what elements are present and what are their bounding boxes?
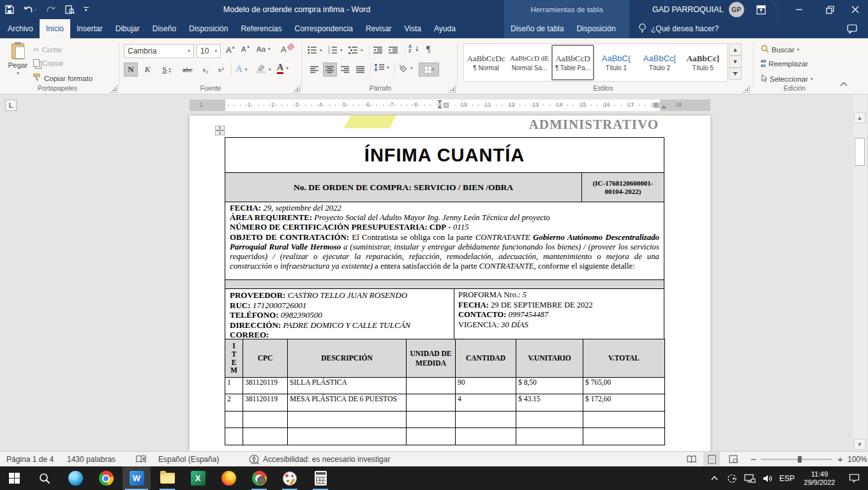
tray-chevron-icon[interactable] xyxy=(706,466,722,490)
sort-button[interactable]: AZ↓ xyxy=(408,44,419,53)
taskbar-explorer-icon[interactable] xyxy=(153,466,181,490)
cut-button[interactable]: ✂Cortar xyxy=(33,45,63,54)
tab-vista[interactable]: Vista xyxy=(398,19,428,38)
grow-font-button[interactable]: A▴ xyxy=(226,45,234,55)
paragraph-dialog-launcher[interactable] xyxy=(448,85,456,93)
undo-icon[interactable]: ▾ xyxy=(23,6,37,14)
change-case-button[interactable]: Aa▾ xyxy=(257,45,271,53)
find-button[interactable]: Buscar▾ xyxy=(761,45,799,54)
underline-button[interactable]: S▾ xyxy=(157,63,176,77)
tab-dibujar[interactable]: Dibujar xyxy=(109,19,146,38)
ribbon-display-options-icon[interactable] xyxy=(748,0,774,19)
tray-language[interactable]: ESP xyxy=(776,466,798,490)
line-spacing-button[interactable]: ▾ xyxy=(374,64,389,71)
style-normal[interactable]: AaBbCcDc¶ Normal xyxy=(465,45,507,80)
print-layout-button[interactable] xyxy=(703,452,720,466)
tab-inicio[interactable]: Inicio xyxy=(40,19,70,38)
replace-button[interactable]: abacReemplazar xyxy=(761,59,808,68)
clear-formatting-button[interactable]: A xyxy=(281,45,294,54)
scrollbar-thumb[interactable] xyxy=(855,138,865,166)
style-normal-sa[interactable]: AaBbCcD dENormal Sa... xyxy=(508,45,551,80)
tab-disposicion[interactable]: Disposición xyxy=(183,19,234,38)
tab-stop-selector[interactable]: L xyxy=(5,100,17,111)
taskbar-chrome-profile-icon[interactable] xyxy=(245,466,273,490)
show-marks-button[interactable]: ¶ xyxy=(426,45,430,55)
read-mode-button[interactable] xyxy=(683,452,700,466)
justify-button[interactable] xyxy=(354,63,368,77)
tab-disposicion-tabla[interactable]: Disposición xyxy=(570,19,622,38)
styles-dialog-launcher[interactable] xyxy=(742,85,750,93)
ruler-table-marker[interactable] xyxy=(444,103,449,108)
style-titulo-2[interactable]: AaBbCc[Título 2 xyxy=(638,45,681,80)
taskbar-search-icon[interactable] xyxy=(31,466,59,490)
zoom-slider[interactable] xyxy=(761,452,832,466)
print-preview-icon[interactable] xyxy=(65,5,75,15)
zoom-in-button[interactable]: + xyxy=(837,452,843,466)
superscript-button[interactable]: x² xyxy=(214,63,228,77)
restore-button[interactable] xyxy=(817,0,842,19)
tray-clock[interactable]: 11:49 29/9/2022 xyxy=(799,466,840,490)
tray-screen-clip-icon[interactable] xyxy=(724,466,740,490)
multilevel-list-button[interactable]: ▾ xyxy=(348,46,363,54)
zoom-out-button[interactable]: − xyxy=(751,452,756,466)
styles-more-button[interactable]: ▼ xyxy=(729,68,742,80)
right-indent-marker[interactable] xyxy=(661,105,666,108)
font-dialog-launcher[interactable] xyxy=(292,85,300,93)
font-color-button[interactable]: A▾ xyxy=(277,63,288,74)
word-count[interactable]: 1430 palabras xyxy=(67,452,116,466)
paste-button[interactable]: Pegar▾ xyxy=(6,43,29,76)
highlight-button[interactable]: ▾ xyxy=(256,64,271,75)
tray-network-icon[interactable] xyxy=(742,466,758,490)
taskbar-firefox-icon[interactable] xyxy=(214,466,243,490)
font-family-select[interactable]: Cambria▾ xyxy=(124,44,194,58)
tell-me-box[interactable]: ¿Qué desea hacer? xyxy=(638,19,719,38)
select-button[interactable]: Seleccionar▾ xyxy=(761,74,813,84)
bold-button[interactable]: N xyxy=(124,63,138,77)
accessibility-status[interactable]: Accesibilidad: es necesario investigar xyxy=(263,452,390,466)
taskbar-excel-icon[interactable]: X xyxy=(184,466,212,490)
styles-scroll-up[interactable]: ▲ xyxy=(729,43,742,56)
scroll-up-arrow[interactable]: ▲ xyxy=(854,112,865,123)
style-titulo-1[interactable]: AaBbC(Título 1 xyxy=(595,45,638,80)
style-table-paragraph[interactable]: AaBbCcD¶ Table Pa... xyxy=(551,45,594,80)
subscript-button[interactable]: x₂ xyxy=(198,63,213,77)
decrease-indent-button[interactable] xyxy=(373,46,383,54)
tray-volume-icon[interactable] xyxy=(760,466,776,490)
taskbar-edge-icon[interactable] xyxy=(61,466,89,490)
close-button[interactable] xyxy=(842,0,868,19)
numbering-button[interactable]: 123▾ xyxy=(328,46,343,54)
italic-button[interactable]: K xyxy=(140,63,154,77)
comments-icon[interactable] xyxy=(839,19,865,38)
zoom-level[interactable]: 100% xyxy=(848,452,867,466)
start-button[interactable] xyxy=(0,466,28,490)
text-effects-button[interactable]: A▾ xyxy=(236,64,247,75)
borders-button[interactable]: ▾ xyxy=(419,63,439,77)
shrink-font-button[interactable]: A▾ xyxy=(241,45,250,53)
language-indicator[interactable]: Español (España) xyxy=(158,452,219,466)
strikethrough-button[interactable]: abc xyxy=(179,63,197,77)
document-page[interactable]: ADMINISTRATIVO ÍNFIMA CUANTÍA No. DE ORD… xyxy=(190,115,710,451)
bullets-button[interactable]: ▾ xyxy=(308,46,322,54)
taskbar-chrome-icon[interactable] xyxy=(92,466,120,490)
format-painter-button[interactable]: Copiar formato xyxy=(33,73,93,83)
tab-referencias[interactable]: Referencias xyxy=(234,19,288,38)
web-layout-button[interactable] xyxy=(725,452,742,466)
align-left-button[interactable] xyxy=(308,63,322,77)
account-button[interactable]: GAD PARROQUIAL GP xyxy=(652,0,744,19)
tab-archivo[interactable]: Archivo xyxy=(1,19,40,38)
font-size-select[interactable]: 10▾ xyxy=(197,44,221,58)
tab-diseno-de-tabla[interactable]: Diseño de tabla xyxy=(504,19,570,38)
scroll-down-arrow[interactable]: ▼ xyxy=(854,439,865,450)
styles-scroll-down[interactable]: ▼ xyxy=(729,56,742,68)
tab-insertar[interactable]: Insertar xyxy=(70,19,109,38)
tab-diseno[interactable]: Diseño xyxy=(146,19,183,38)
shading-button[interactable]: ▾ xyxy=(398,64,413,72)
minimize-button[interactable] xyxy=(786,0,812,19)
customize-qat-icon[interactable]: ▾ xyxy=(84,7,89,13)
proofing-icon[interactable] xyxy=(136,452,146,466)
align-center-button[interactable] xyxy=(323,63,337,77)
tab-correspondencia[interactable]: Correspondencia xyxy=(288,19,359,38)
taskbar-paint-icon[interactable] xyxy=(276,466,304,490)
increase-indent-button[interactable] xyxy=(388,46,398,54)
vertical-scrollbar[interactable]: ▲ ▼ xyxy=(853,94,866,451)
